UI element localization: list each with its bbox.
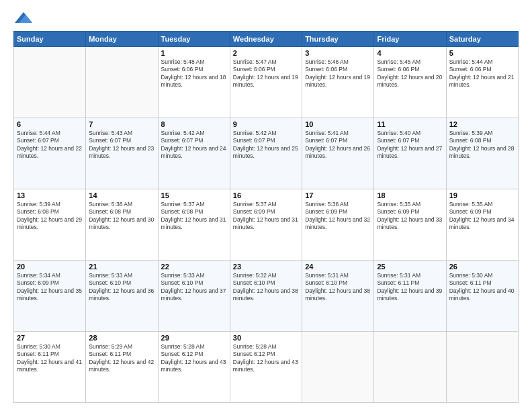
calendar-cell: 2Sunrise: 5:47 AMSunset: 6:06 PMDaylight… — [230, 46, 302, 118]
day-number: 30 — [233, 334, 299, 342]
calendar-cell: 17Sunrise: 5:36 AMSunset: 6:09 PMDayligh… — [302, 189, 374, 260]
cell-info: Sunrise: 5:42 AMSunset: 6:07 PMDaylight:… — [233, 130, 299, 161]
cell-info: Sunrise: 5:30 AMSunset: 6:11 PMDaylight:… — [449, 272, 515, 303]
calendar-cell: 9Sunrise: 5:42 AMSunset: 6:07 PMDaylight… — [230, 118, 302, 189]
calendar-cell — [446, 331, 518, 402]
calendar-cell: 13Sunrise: 5:39 AMSunset: 6:08 PMDayligh… — [14, 189, 86, 260]
cell-info: Sunrise: 5:44 AMSunset: 6:06 PMDaylight:… — [449, 58, 515, 89]
calendar-cell: 11Sunrise: 5:40 AMSunset: 6:07 PMDayligh… — [374, 118, 446, 189]
cell-info: Sunrise: 5:47 AMSunset: 6:06 PMDaylight:… — [233, 58, 299, 89]
page: SundayMondayTuesdayWednesdayThursdayFrid… — [0, 0, 532, 411]
calendar-cell: 14Sunrise: 5:38 AMSunset: 6:08 PMDayligh… — [86, 189, 158, 260]
col-header-friday: Friday — [374, 31, 446, 46]
cell-info: Sunrise: 5:48 AMSunset: 6:06 PMDaylight:… — [161, 58, 227, 89]
calendar-cell: 5Sunrise: 5:44 AMSunset: 6:06 PMDaylight… — [446, 46, 518, 118]
cell-info: Sunrise: 5:35 AMSunset: 6:09 PMDaylight:… — [377, 201, 443, 232]
calendar-cell: 22Sunrise: 5:33 AMSunset: 6:10 PMDayligh… — [158, 260, 230, 331]
cell-info: Sunrise: 5:42 AMSunset: 6:07 PMDaylight:… — [161, 130, 227, 161]
calendar-cell: 30Sunrise: 5:28 AMSunset: 6:12 PMDayligh… — [230, 331, 302, 402]
day-number: 11 — [377, 120, 443, 128]
calendar-cell: 7Sunrise: 5:43 AMSunset: 6:07 PMDaylight… — [86, 118, 158, 189]
day-number: 4 — [377, 49, 443, 57]
week-row-5: 27Sunrise: 5:30 AMSunset: 6:11 PMDayligh… — [14, 331, 519, 402]
day-number: 26 — [449, 263, 515, 271]
logo-icon — [15, 12, 32, 23]
col-header-tuesday: Tuesday — [158, 31, 230, 46]
day-number: 27 — [17, 334, 83, 342]
calendar-cell: 28Sunrise: 5:29 AMSunset: 6:11 PMDayligh… — [86, 331, 158, 402]
cell-info: Sunrise: 5:39 AMSunset: 6:08 PMDaylight:… — [449, 130, 515, 161]
col-header-thursday: Thursday — [302, 31, 374, 46]
calendar-cell: 18Sunrise: 5:35 AMSunset: 6:09 PMDayligh… — [374, 189, 446, 260]
cell-info: Sunrise: 5:40 AMSunset: 6:07 PMDaylight:… — [377, 130, 443, 161]
cell-info: Sunrise: 5:38 AMSunset: 6:08 PMDaylight:… — [89, 201, 154, 232]
cell-info: Sunrise: 5:46 AMSunset: 6:06 PMDaylight:… — [305, 58, 371, 89]
day-number: 1 — [161, 49, 227, 57]
day-number: 19 — [449, 191, 515, 199]
calendar-cell: 19Sunrise: 5:35 AMSunset: 6:09 PMDayligh… — [446, 189, 518, 260]
day-number: 28 — [89, 334, 154, 342]
logo — [13, 11, 32, 24]
day-number: 14 — [89, 191, 154, 199]
cell-info: Sunrise: 5:31 AMSunset: 6:11 PMDaylight:… — [377, 272, 443, 303]
day-number: 20 — [17, 263, 83, 271]
cell-info: Sunrise: 5:43 AMSunset: 6:07 PMDaylight:… — [89, 130, 154, 161]
cell-info: Sunrise: 5:39 AMSunset: 6:08 PMDaylight:… — [17, 201, 83, 232]
calendar-cell: 4Sunrise: 5:45 AMSunset: 6:06 PMDaylight… — [374, 46, 446, 118]
calendar-cell: 21Sunrise: 5:33 AMSunset: 6:10 PMDayligh… — [86, 260, 158, 331]
header — [13, 11, 519, 24]
calendar-cell — [14, 46, 86, 118]
cell-info: Sunrise: 5:41 AMSunset: 6:07 PMDaylight:… — [305, 130, 371, 161]
calendar-cell — [86, 46, 158, 118]
calendar-cell: 6Sunrise: 5:44 AMSunset: 6:07 PMDaylight… — [14, 118, 86, 189]
day-number: 3 — [305, 49, 371, 57]
day-number: 22 — [161, 263, 227, 271]
calendar-cell: 27Sunrise: 5:30 AMSunset: 6:11 PMDayligh… — [14, 331, 86, 402]
cell-info: Sunrise: 5:44 AMSunset: 6:07 PMDaylight:… — [17, 130, 83, 161]
week-row-4: 20Sunrise: 5:34 AMSunset: 6:09 PMDayligh… — [14, 260, 519, 331]
day-number: 15 — [161, 191, 227, 199]
day-number: 10 — [305, 120, 371, 128]
col-header-monday: Monday — [86, 31, 158, 46]
calendar-cell: 24Sunrise: 5:31 AMSunset: 6:10 PMDayligh… — [302, 260, 374, 331]
day-number: 12 — [449, 120, 515, 128]
calendar-cell: 26Sunrise: 5:30 AMSunset: 6:11 PMDayligh… — [446, 260, 518, 331]
cell-info: Sunrise: 5:29 AMSunset: 6:11 PMDaylight:… — [89, 343, 154, 374]
week-row-3: 13Sunrise: 5:39 AMSunset: 6:08 PMDayligh… — [14, 189, 519, 260]
calendar-cell: 8Sunrise: 5:42 AMSunset: 6:07 PMDaylight… — [158, 118, 230, 189]
cell-info: Sunrise: 5:28 AMSunset: 6:12 PMDaylight:… — [233, 343, 299, 374]
calendar-cell: 12Sunrise: 5:39 AMSunset: 6:08 PMDayligh… — [446, 118, 518, 189]
day-number: 24 — [305, 263, 371, 271]
calendar-cell: 25Sunrise: 5:31 AMSunset: 6:11 PMDayligh… — [374, 260, 446, 331]
calendar-cell: 15Sunrise: 5:37 AMSunset: 6:08 PMDayligh… — [158, 189, 230, 260]
col-header-wednesday: Wednesday — [230, 31, 302, 46]
day-number: 17 — [305, 191, 371, 199]
cell-info: Sunrise: 5:34 AMSunset: 6:09 PMDaylight:… — [17, 272, 83, 303]
cell-info: Sunrise: 5:37 AMSunset: 6:09 PMDaylight:… — [233, 201, 299, 232]
calendar-cell: 29Sunrise: 5:28 AMSunset: 6:12 PMDayligh… — [158, 331, 230, 402]
day-number: 5 — [449, 49, 515, 57]
cell-info: Sunrise: 5:37 AMSunset: 6:08 PMDaylight:… — [161, 201, 227, 232]
cell-info: Sunrise: 5:35 AMSunset: 6:09 PMDaylight:… — [449, 201, 515, 232]
header-row: SundayMondayTuesdayWednesdayThursdayFrid… — [14, 31, 519, 46]
week-row-1: 1Sunrise: 5:48 AMSunset: 6:06 PMDaylight… — [14, 46, 519, 118]
day-number: 25 — [377, 263, 443, 271]
day-number: 18 — [377, 191, 443, 199]
day-number: 16 — [233, 191, 299, 199]
calendar-table: SundayMondayTuesdayWednesdayThursdayFrid… — [13, 31, 519, 403]
cell-info: Sunrise: 5:28 AMSunset: 6:12 PMDaylight:… — [161, 343, 227, 374]
cell-info: Sunrise: 5:33 AMSunset: 6:10 PMDaylight:… — [89, 272, 154, 303]
cell-info: Sunrise: 5:33 AMSunset: 6:10 PMDaylight:… — [161, 272, 227, 303]
col-header-sunday: Sunday — [14, 31, 86, 46]
calendar-cell: 10Sunrise: 5:41 AMSunset: 6:07 PMDayligh… — [302, 118, 374, 189]
cell-info: Sunrise: 5:31 AMSunset: 6:10 PMDaylight:… — [305, 272, 371, 303]
cell-info: Sunrise: 5:30 AMSunset: 6:11 PMDaylight:… — [17, 343, 83, 374]
day-number: 23 — [233, 263, 299, 271]
day-number: 13 — [17, 191, 83, 199]
calendar-cell: 23Sunrise: 5:32 AMSunset: 6:10 PMDayligh… — [230, 260, 302, 331]
calendar-cell — [374, 331, 446, 402]
day-number: 2 — [233, 49, 299, 57]
calendar-cell: 3Sunrise: 5:46 AMSunset: 6:06 PMDaylight… — [302, 46, 374, 118]
day-number: 9 — [233, 120, 299, 128]
col-header-saturday: Saturday — [446, 31, 518, 46]
